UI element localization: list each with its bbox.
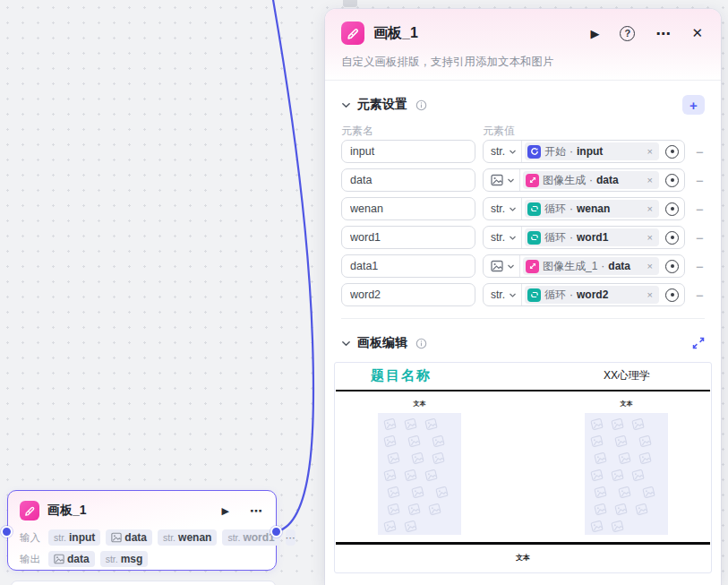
picture-pattern-icon <box>611 469 625 483</box>
chevron-down-icon <box>509 205 517 213</box>
chevron-down-icon <box>509 234 517 242</box>
picture-pattern-icon <box>590 469 604 483</box>
ref-node-name: 循环 <box>544 202 566 217</box>
input-tag: data <box>106 529 152 546</box>
image-placeholder[interactable] <box>585 413 668 535</box>
picture-pattern-icon <box>407 434 422 449</box>
more-options-button[interactable]: ⋯ <box>655 25 671 42</box>
remove-row-button[interactable]: − <box>696 259 704 274</box>
node-input-port[interactable] <box>1 526 13 538</box>
info-icon <box>415 338 427 349</box>
clear-reference-icon[interactable]: × <box>646 146 655 157</box>
ref-node-name: 开始 <box>544 144 566 159</box>
type-selector[interactable]: str. <box>484 284 522 305</box>
type-selector[interactable] <box>484 169 520 191</box>
section-title: 画板编辑 <box>357 335 407 351</box>
picture-pattern-icon <box>642 486 656 500</box>
ref-variable-name: word2 <box>577 288 642 301</box>
workflow-canvas[interactable]: 画板_1 ▶ ⋯ 输入 str.input data str.wenan str… <box>0 0 728 585</box>
picture-pattern-icon <box>435 486 450 500</box>
locate-reference-icon[interactable] <box>665 145 679 159</box>
node-more-button[interactable]: ⋯ <box>250 503 263 518</box>
help-icon[interactable]: ? <box>620 26 635 41</box>
clear-reference-icon[interactable]: × <box>646 289 655 300</box>
image-type-icon <box>111 532 122 543</box>
element-name-input[interactable] <box>341 197 475 220</box>
node-card-huaban-1[interactable]: 画板_1 ▶ ⋯ 输入 str.input data str.wenan str… <box>7 490 277 571</box>
expand-board-icon[interactable] <box>692 337 705 349</box>
reference-chip[interactable]: 图像生成 · data × <box>523 171 659 189</box>
type-selector[interactable]: str. <box>484 227 522 248</box>
image-type-icon <box>54 554 64 564</box>
node-output-port[interactable] <box>270 526 282 538</box>
locate-reference-icon[interactable] <box>665 288 679 302</box>
picture-pattern-icon <box>594 503 608 517</box>
clear-reference-icon[interactable]: × <box>646 175 655 185</box>
inputs-label: 输入 <box>20 531 43 545</box>
col-element-value: 元素值 <box>483 124 515 140</box>
run-button[interactable]: ▶ <box>590 27 599 40</box>
ref-variable-name: data <box>608 260 641 272</box>
reference-chip[interactable]: 循环 · word1 × <box>525 228 659 246</box>
image-generation-node-icon <box>526 260 539 273</box>
clear-reference-icon[interactable]: × <box>646 203 655 214</box>
element-name-input[interactable] <box>341 283 475 306</box>
chevron-down-icon <box>509 291 517 299</box>
locate-reference-icon[interactable] <box>665 202 679 216</box>
reference-chip[interactable]: 开始 · input × <box>525 142 659 160</box>
type-label: str. <box>491 202 505 215</box>
locate-reference-icon[interactable] <box>665 260 679 273</box>
element-value-control: str. 循环 · word1 × <box>483 226 685 249</box>
element-row: str. 循环 · word1 × − <box>341 226 705 249</box>
image-placeholder[interactable] <box>378 413 461 535</box>
locate-reference-icon[interactable] <box>665 231 679 245</box>
element-name-input[interactable] <box>341 254 475 278</box>
reference-chip[interactable]: 循环 · wenan × <box>525 200 659 218</box>
remove-row-button[interactable]: − <box>696 230 704 245</box>
element-name-input[interactable] <box>341 168 475 192</box>
preview-bottom-text-label: 文本 <box>516 553 530 572</box>
picture-pattern-icon <box>404 469 418 483</box>
picture-pattern-icon <box>407 503 422 517</box>
panel-title: 画板_1 <box>373 24 581 43</box>
type-label: str. <box>491 145 505 158</box>
picture-pattern-icon <box>428 503 442 517</box>
more-inputs-button[interactable]: ⋯ <box>286 529 295 546</box>
remove-row-button[interactable]: − <box>696 202 704 217</box>
picture-pattern-icon <box>638 434 653 449</box>
picture-pattern-icon <box>432 452 446 466</box>
canvas-node-icon <box>341 22 364 45</box>
section-title: 元素设置 <box>357 97 407 113</box>
reference-chip[interactable]: 循环 · word2 × <box>525 286 659 304</box>
type-selector[interactable]: str. <box>484 198 522 219</box>
element-name-input[interactable] <box>341 226 475 249</box>
node-config-panel: 画板_1 ▶ ? ⋯ ✕ 自定义画板排版，支持引用添加文本和图片 元素设置 + … <box>325 9 721 585</box>
locate-reference-icon[interactable] <box>665 174 679 187</box>
background-node-fragment <box>343 0 357 7</box>
type-label: str. <box>491 231 505 244</box>
reference-chip[interactable]: 图像生成_1 · data × <box>523 257 659 275</box>
picture-pattern-icon <box>383 469 398 483</box>
type-selector[interactable]: str. <box>484 141 522 162</box>
picture-pattern-icon <box>411 486 425 500</box>
close-panel-button[interactable]: ✕ <box>691 25 703 41</box>
add-element-button[interactable]: + <box>682 95 705 115</box>
clear-reference-icon[interactable]: × <box>646 261 655 271</box>
remove-row-button[interactable]: − <box>696 144 704 159</box>
node-run-button[interactable]: ▶ <box>222 505 229 517</box>
board-preview[interactable]: 题目名称 XX心理学 文本 文本 文本 <box>334 362 712 573</box>
remove-row-button[interactable]: − <box>696 288 704 303</box>
ref-variable-name: input <box>577 145 642 158</box>
chevron-down-icon[interactable] <box>341 339 351 348</box>
next-node-card[interactable] <box>11 581 276 585</box>
type-selector[interactable] <box>484 255 520 277</box>
clear-reference-icon[interactable]: × <box>646 232 655 243</box>
chevron-down-icon[interactable] <box>341 100 351 110</box>
picture-pattern-icon <box>387 486 401 500</box>
node-outputs-row: 输出 data str.msg <box>8 549 276 569</box>
preview-subtitle-text: XX心理学 <box>604 368 650 383</box>
element-name-input[interactable] <box>341 140 475 163</box>
picture-pattern-icon <box>611 520 625 534</box>
remove-row-button[interactable]: − <box>696 173 704 188</box>
board-edit-section: 画板编辑 <box>325 331 721 355</box>
